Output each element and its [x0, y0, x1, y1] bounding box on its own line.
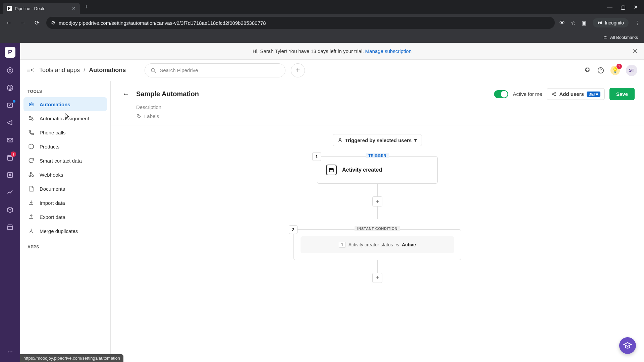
add-step-button[interactable]: + [372, 273, 382, 283]
webhook-icon [28, 171, 35, 178]
tab-bar: P Pipeline - Deals ✕ + — ▢ ✕ [0, 0, 644, 14]
rail-marketplace-icon[interactable] [5, 223, 15, 232]
rail-deals-icon[interactable] [5, 83, 15, 93]
rail-insights-icon[interactable] [5, 188, 15, 197]
sidebar-item-products[interactable]: Products [23, 139, 107, 154]
calendar-icon [326, 165, 337, 175]
academy-fab[interactable] [619, 337, 636, 354]
labels-field[interactable]: Labels [136, 113, 635, 119]
active-toggle[interactable] [494, 90, 508, 98]
svg-point-8 [8, 352, 9, 353]
tab-close-icon[interactable]: ✕ [72, 6, 76, 11]
star-icon[interactable]: ☆ [571, 20, 576, 26]
svg-point-14 [30, 104, 31, 105]
sidebar-heading-apps: APPS [23, 245, 107, 253]
rail-focus-icon[interactable] [5, 66, 15, 75]
all-bookmarks[interactable]: All Bookmarks [610, 35, 638, 40]
user-avatar[interactable]: ST [626, 65, 637, 76]
connector [377, 260, 378, 273]
minimize-icon[interactable]: — [607, 4, 612, 10]
condition-inner: 1 Activity creator status is Active [301, 236, 454, 253]
tag-icon [136, 114, 142, 119]
new-tab-button[interactable]: + [85, 4, 88, 11]
condition-op: is [396, 242, 399, 247]
triggered-by-dropdown[interactable]: Triggered by selected users ▾ [333, 134, 422, 146]
url-field[interactable]: ⚙ moodjoy.pipedrive.com/settings/automat… [46, 17, 555, 29]
sales-assistant-button[interactable]: 💡 ? [610, 66, 620, 75]
rail-projects-icon[interactable] [5, 101, 15, 110]
banner-close-icon[interactable]: ✕ [632, 47, 638, 55]
connector [377, 206, 378, 219]
back-button[interactable]: ← [120, 88, 131, 100]
description-field[interactable]: Description [136, 104, 635, 110]
rail-more-icon[interactable] [5, 347, 15, 357]
close-window-icon[interactable]: ✕ [634, 4, 638, 10]
sidebar-item-label: Products [40, 144, 59, 149]
rail-contacts-icon[interactable] [5, 170, 15, 180]
sidebar-item-documents[interactable]: Documents [23, 182, 107, 196]
eye-off-icon[interactable]: 👁 [559, 20, 565, 26]
rail-campaigns-icon[interactable] [5, 118, 15, 127]
automation-header: ← Sample Automation Active for me Add us… [111, 81, 644, 104]
svg-point-23 [555, 95, 556, 96]
svg-point-24 [138, 115, 138, 116]
automation-title[interactable]: Sample Automation [136, 90, 199, 98]
maximize-icon[interactable]: ▢ [621, 4, 626, 10]
breadcrumb-parent[interactable]: Tools and apps [39, 67, 80, 73]
manage-subscription-link[interactable]: Manage subscription [365, 48, 412, 54]
reload-icon[interactable]: ⟳ [32, 19, 42, 26]
rail-mail-icon[interactable] [5, 135, 15, 145]
condition-value: Active [402, 242, 416, 247]
panel-icon[interactable]: ▣ [582, 20, 587, 26]
rail-products-icon[interactable] [5, 205, 15, 215]
kebab-menu-icon[interactable]: ⋮ [635, 20, 640, 26]
tab-title: Pipeline - Deals [15, 6, 69, 11]
back-icon[interactable]: ← [4, 19, 13, 26]
sidebar-item-smart-contact[interactable]: Smart contact data [23, 154, 107, 168]
svg-point-7 [9, 174, 11, 175]
add-users-button[interactable]: Add users BETA [547, 88, 605, 100]
sidebar-item-webhooks[interactable]: Webhooks [23, 168, 107, 182]
sidebar-item-export[interactable]: Export data [23, 210, 107, 224]
incognito-indicator[interactable]: 🕶 Incognito [593, 18, 629, 27]
content-row: TOOLS Automations Automatic assignment P… [20, 81, 644, 362]
sidebar-item-label: Export data [40, 214, 65, 220]
browser-tab[interactable]: P Pipeline - Deals ✕ [3, 3, 80, 14]
trial-banner: Hi, Sarah Tyler! You have 13 days left i… [20, 43, 644, 60]
quick-add-button[interactable]: + [291, 63, 305, 77]
rail-activities-icon[interactable]: 1 [5, 153, 15, 162]
sidebar-item-automations[interactable]: Automations [23, 97, 107, 111]
add-step-button[interactable]: + [372, 196, 382, 206]
trigger-node[interactable]: 1 TRIGGER Activity created [317, 156, 438, 184]
save-button[interactable]: Save [609, 88, 635, 100]
sidebar-item-label: Merge duplicates [40, 228, 78, 234]
bulb-badge: ? [616, 64, 622, 69]
svg-point-17 [32, 119, 33, 120]
condition-node[interactable]: 2 INSTANT CONDITION 1 Activity creator s… [293, 229, 461, 260]
sidebar-item-import[interactable]: Import data [23, 196, 107, 210]
document-icon [28, 185, 35, 192]
extensions-icon[interactable] [584, 67, 591, 74]
help-icon[interactable] [597, 67, 604, 74]
graduation-icon [623, 341, 632, 350]
bookmarks-bar: 🗀 All Bookmarks [0, 32, 644, 43]
condition-badge: INSTANT CONDITION [355, 226, 400, 231]
site-info-icon[interactable]: ⚙ [51, 20, 55, 26]
search-input[interactable]: Search Pipedrive [145, 63, 285, 77]
share-icon [551, 92, 556, 97]
box-icon [28, 143, 35, 150]
sidebar-item-merge[interactable]: Merge duplicates [23, 224, 107, 238]
svg-point-9 [10, 352, 11, 353]
sidebar-item-label: Automations [40, 102, 70, 107]
sidebar-item-auto-assignment[interactable]: Automatic assignment [23, 111, 107, 125]
robot-icon [28, 101, 35, 108]
assignment-icon [28, 115, 35, 122]
app-logo[interactable]: P [5, 47, 15, 58]
automation-canvas: ← Sample Automation Active for me Add us… [111, 81, 644, 362]
connector [377, 184, 378, 196]
sidebar-item-label: Automatic assignment [40, 116, 89, 121]
collapse-sidebar-icon[interactable]: ≡< [27, 67, 34, 74]
sidebar-item-phone-calls[interactable]: Phone calls [23, 125, 107, 139]
labels-placeholder: Labels [144, 113, 159, 119]
sidebar-heading-tools: TOOLS [23, 89, 107, 97]
